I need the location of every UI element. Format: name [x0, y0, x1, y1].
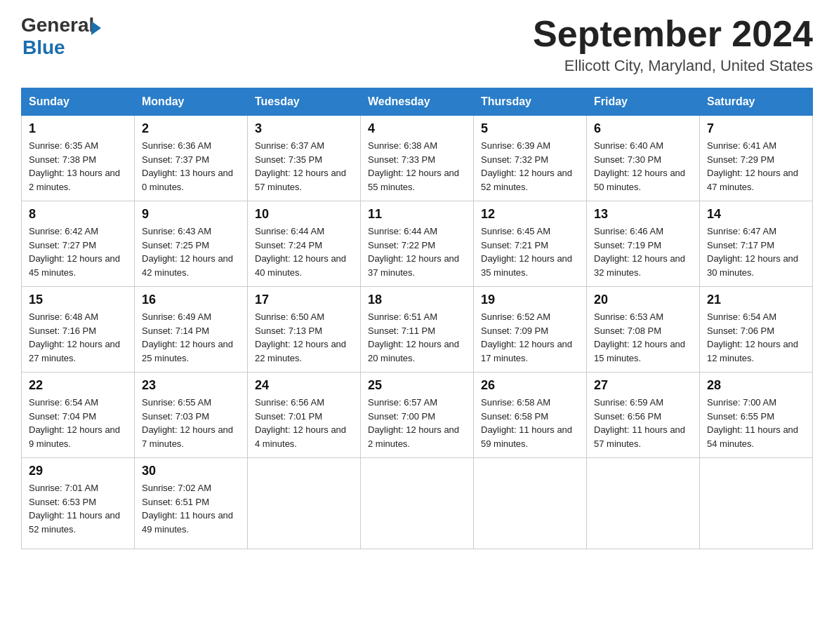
- calendar-cell: 21Sunrise: 6:54 AMSunset: 7:06 PMDayligh…: [700, 287, 813, 373]
- day-info: Sunrise: 6:38 AMSunset: 7:33 PMDaylight:…: [368, 139, 466, 194]
- logo: General Blue: [21, 14, 101, 59]
- day-header-saturday: Saturday: [700, 88, 813, 116]
- day-info: Sunrise: 6:53 AMSunset: 7:08 PMDaylight:…: [594, 310, 692, 365]
- day-info: Sunrise: 6:44 AMSunset: 7:22 PMDaylight:…: [368, 224, 466, 279]
- day-number: 15: [29, 293, 127, 307]
- day-info: Sunrise: 6:40 AMSunset: 7:30 PMDaylight:…: [594, 139, 692, 194]
- calendar-cell: 30Sunrise: 7:02 AMSunset: 6:51 PMDayligh…: [135, 458, 248, 549]
- day-number: 10: [255, 207, 353, 222]
- day-info: Sunrise: 6:54 AMSunset: 7:04 PMDaylight:…: [29, 396, 127, 450]
- calendar-cell: 1Sunrise: 6:35 AMSunset: 7:38 PMDaylight…: [22, 116, 135, 201]
- day-number: 26: [481, 378, 579, 393]
- day-header-wednesday: Wednesday: [361, 88, 474, 116]
- day-info: Sunrise: 7:01 AMSunset: 6:53 PMDaylight:…: [29, 481, 127, 536]
- day-info: Sunrise: 6:57 AMSunset: 7:00 PMDaylight:…: [368, 396, 466, 450]
- calendar-week-row: 15Sunrise: 6:48 AMSunset: 7:16 PMDayligh…: [22, 287, 813, 373]
- calendar-week-row: 1Sunrise: 6:35 AMSunset: 7:38 PMDaylight…: [22, 116, 813, 201]
- day-info: Sunrise: 6:42 AMSunset: 7:27 PMDaylight:…: [29, 224, 127, 279]
- day-header-thursday: Thursday: [474, 88, 587, 116]
- calendar-cell: [248, 458, 361, 549]
- logo-blue-text: Blue: [22, 36, 65, 59]
- calendar-cell: 28Sunrise: 7:00 AMSunset: 6:55 PMDayligh…: [700, 373, 813, 458]
- calendar-header-row: SundayMondayTuesdayWednesdayThursdayFrid…: [22, 88, 813, 116]
- day-number: 25: [368, 378, 466, 393]
- day-number: 11: [368, 207, 466, 222]
- day-number: 4: [368, 121, 466, 136]
- day-info: Sunrise: 6:37 AMSunset: 7:35 PMDaylight:…: [255, 139, 353, 194]
- calendar-cell: 26Sunrise: 6:58 AMSunset: 6:58 PMDayligh…: [474, 373, 587, 458]
- day-info: Sunrise: 6:47 AMSunset: 7:17 PMDaylight:…: [707, 224, 805, 279]
- day-info: Sunrise: 6:41 AMSunset: 7:29 PMDaylight:…: [707, 139, 805, 194]
- calendar-cell: 5Sunrise: 6:39 AMSunset: 7:32 PMDaylight…: [474, 116, 587, 201]
- page-header: General Blue September 2024 Ellicott Cit…: [21, 14, 813, 75]
- calendar-cell: [361, 458, 474, 549]
- calendar-cell: 29Sunrise: 7:01 AMSunset: 6:53 PMDayligh…: [22, 458, 135, 549]
- day-number: 7: [707, 121, 805, 136]
- day-number: 8: [29, 207, 127, 222]
- day-number: 22: [29, 378, 127, 393]
- calendar-week-row: 22Sunrise: 6:54 AMSunset: 7:04 PMDayligh…: [22, 373, 813, 458]
- calendar-cell: 18Sunrise: 6:51 AMSunset: 7:11 PMDayligh…: [361, 287, 474, 373]
- day-number: 14: [707, 207, 805, 222]
- day-number: 23: [142, 378, 240, 393]
- logo-general-text: General: [21, 14, 94, 36]
- day-header-sunday: Sunday: [22, 88, 135, 116]
- day-info: Sunrise: 6:36 AMSunset: 7:37 PMDaylight:…: [142, 139, 240, 194]
- calendar-cell: 16Sunrise: 6:49 AMSunset: 7:14 PMDayligh…: [135, 287, 248, 373]
- day-number: 24: [255, 378, 353, 393]
- day-number: 27: [594, 378, 692, 393]
- calendar-cell: 3Sunrise: 6:37 AMSunset: 7:35 PMDaylight…: [248, 116, 361, 201]
- calendar-cell: 27Sunrise: 6:59 AMSunset: 6:56 PMDayligh…: [587, 373, 700, 458]
- day-number: 6: [594, 121, 692, 136]
- day-info: Sunrise: 6:59 AMSunset: 6:56 PMDaylight:…: [594, 396, 692, 450]
- day-header-friday: Friday: [587, 88, 700, 116]
- day-number: 2: [142, 121, 240, 136]
- day-number: 17: [255, 293, 353, 307]
- day-header-monday: Monday: [135, 88, 248, 116]
- day-number: 13: [594, 207, 692, 222]
- calendar-cell: 10Sunrise: 6:44 AMSunset: 7:24 PMDayligh…: [248, 201, 361, 287]
- day-number: 19: [481, 293, 579, 307]
- calendar-cell: 14Sunrise: 6:47 AMSunset: 7:17 PMDayligh…: [700, 201, 813, 287]
- calendar-cell: 19Sunrise: 6:52 AMSunset: 7:09 PMDayligh…: [474, 287, 587, 373]
- calendar-cell: 9Sunrise: 6:43 AMSunset: 7:25 PMDaylight…: [135, 201, 248, 287]
- calendar-cell: 11Sunrise: 6:44 AMSunset: 7:22 PMDayligh…: [361, 201, 474, 287]
- calendar-cell: 20Sunrise: 6:53 AMSunset: 7:08 PMDayligh…: [587, 287, 700, 373]
- calendar-cell: 22Sunrise: 6:54 AMSunset: 7:04 PMDayligh…: [22, 373, 135, 458]
- day-info: Sunrise: 6:39 AMSunset: 7:32 PMDaylight:…: [481, 139, 579, 194]
- day-info: Sunrise: 6:45 AMSunset: 7:21 PMDaylight:…: [481, 224, 579, 279]
- day-number: 9: [142, 207, 240, 222]
- day-info: Sunrise: 6:58 AMSunset: 6:58 PMDaylight:…: [481, 396, 579, 450]
- day-info: Sunrise: 6:43 AMSunset: 7:25 PMDaylight:…: [142, 224, 240, 279]
- day-number: 28: [707, 378, 805, 393]
- day-info: Sunrise: 6:49 AMSunset: 7:14 PMDaylight:…: [142, 310, 240, 365]
- calendar-cell: 2Sunrise: 6:36 AMSunset: 7:37 PMDaylight…: [135, 116, 248, 201]
- calendar-cell: [700, 458, 813, 549]
- calendar-cell: 24Sunrise: 6:56 AMSunset: 7:01 PMDayligh…: [248, 373, 361, 458]
- calendar-cell: 17Sunrise: 6:50 AMSunset: 7:13 PMDayligh…: [248, 287, 361, 373]
- location-subtitle: Ellicott City, Maryland, United States: [533, 57, 813, 75]
- title-block: September 2024 Ellicott City, Maryland, …: [533, 14, 813, 75]
- day-header-tuesday: Tuesday: [248, 88, 361, 116]
- calendar-cell: 13Sunrise: 6:46 AMSunset: 7:19 PMDayligh…: [587, 201, 700, 287]
- day-info: Sunrise: 6:56 AMSunset: 7:01 PMDaylight:…: [255, 396, 353, 450]
- calendar-week-row: 8Sunrise: 6:42 AMSunset: 7:27 PMDaylight…: [22, 201, 813, 287]
- day-number: 1: [29, 121, 127, 136]
- calendar-cell: 15Sunrise: 6:48 AMSunset: 7:16 PMDayligh…: [22, 287, 135, 373]
- day-info: Sunrise: 6:52 AMSunset: 7:09 PMDaylight:…: [481, 310, 579, 365]
- calendar-week-row: 29Sunrise: 7:01 AMSunset: 6:53 PMDayligh…: [22, 458, 813, 549]
- calendar-table: SundayMondayTuesdayWednesdayThursdayFrid…: [21, 88, 813, 549]
- calendar-cell: 7Sunrise: 6:41 AMSunset: 7:29 PMDaylight…: [700, 116, 813, 201]
- day-info: Sunrise: 6:55 AMSunset: 7:03 PMDaylight:…: [142, 396, 240, 450]
- calendar-cell: [474, 458, 587, 549]
- calendar-cell: [587, 458, 700, 549]
- day-number: 21: [707, 293, 805, 307]
- day-info: Sunrise: 7:00 AMSunset: 6:55 PMDaylight:…: [707, 396, 805, 450]
- logo-arrow-icon: [91, 21, 101, 35]
- day-info: Sunrise: 6:51 AMSunset: 7:11 PMDaylight:…: [368, 310, 466, 365]
- day-number: 30: [142, 464, 240, 478]
- day-info: Sunrise: 6:48 AMSunset: 7:16 PMDaylight:…: [29, 310, 127, 365]
- day-number: 5: [481, 121, 579, 136]
- day-info: Sunrise: 7:02 AMSunset: 6:51 PMDaylight:…: [142, 481, 240, 536]
- day-info: Sunrise: 6:44 AMSunset: 7:24 PMDaylight:…: [255, 224, 353, 279]
